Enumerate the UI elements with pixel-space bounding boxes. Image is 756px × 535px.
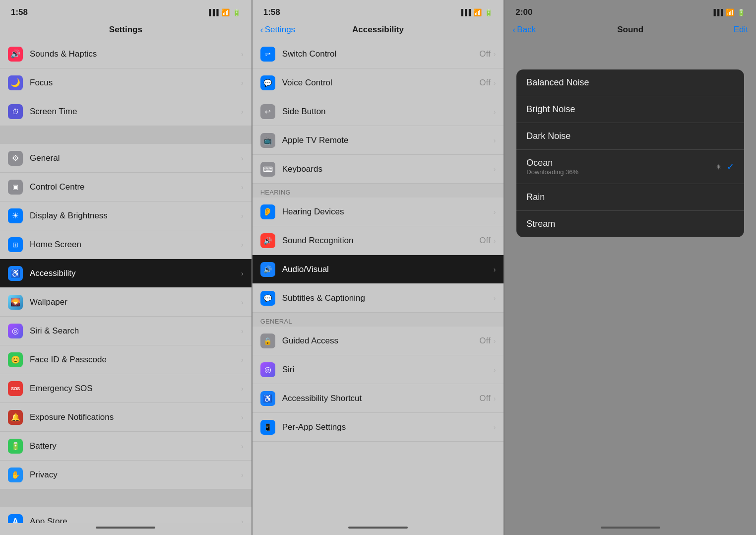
acc-item-shortcut[interactable]: ♿ Accessibility Shortcut Off › (252, 384, 504, 413)
status-icons-1: ▐▐▐ 📶 🔋 (207, 8, 241, 16)
sidebar-item-privacy[interactable]: ✋ Privacy › (0, 461, 252, 489)
item-label-display: Display & Brightness (30, 211, 241, 221)
acc-item-sound-recognition[interactable]: 🔊 Sound Recognition Off › (252, 226, 504, 255)
sidebar-item-face-id[interactable]: 😊 Face ID & Passcode › (0, 345, 252, 374)
item-label-sounds: Sounds & Haptics (30, 49, 241, 59)
item-label-apple-tv: Apple TV Remote (282, 135, 494, 145)
item-value-shortcut: Off (479, 394, 490, 403)
chevron-general: › (241, 154, 244, 162)
acc-item-guided-access[interactable]: 🔒 Guided Access Off › (252, 327, 504, 355)
item-label-general: General (30, 153, 241, 163)
acc-item-keyboards[interactable]: ⌨ Keyboards › (252, 155, 504, 184)
divider-2a: HEARING (252, 184, 504, 198)
item-label-home-screen: Home Screen (30, 240, 241, 250)
battery-icon-1: 🔋 (233, 9, 241, 16)
item-label-switch-control: Switch Control (282, 49, 480, 59)
nav-back-3[interactable]: ‹ Back (512, 25, 536, 35)
battery-icon-item: 🔋 (8, 439, 23, 454)
accessibility-icon: ♿ (8, 266, 23, 281)
item-label-face-id: Face ID & Passcode (30, 355, 241, 365)
item-label-focus: Focus (30, 78, 241, 88)
item-label-control-centre: Control Centre (30, 182, 241, 192)
item-label-keyboards: Keyboards (282, 164, 494, 174)
edit-button[interactable]: Edit (734, 25, 748, 35)
chevron-voice-control: › (494, 79, 496, 87)
sidebar-item-sounds-haptics[interactable]: 🔊 Sounds & Haptics › (0, 40, 252, 68)
sidebar-item-focus[interactable]: 🌙 Focus › (0, 68, 252, 97)
item-label-per-app: Per-App Settings (282, 422, 494, 432)
sidebar-item-siri-search[interactable]: ◎ Siri & Search › (0, 317, 252, 345)
item-label-exposure: Exposure Notifications (30, 412, 241, 422)
wifi-icon-1: 📶 (221, 8, 230, 16)
item-label-guided-access: Guided Access (282, 336, 480, 346)
sidebar-item-control-centre[interactable]: ▣ Control Centre › (0, 173, 252, 201)
sidebar-item-accessibility[interactable]: ♿ Accessibility › (0, 259, 252, 288)
chevron-side-button: › (494, 108, 496, 116)
dropdown-item-bright[interactable]: Bright Noise (516, 96, 744, 123)
sidebar-item-exposure[interactable]: 🔔 Exposure Notifications › (0, 403, 252, 432)
item-label-voice-control: Voice Control (282, 78, 480, 88)
sounds-icon: 🔊 (8, 47, 23, 62)
dropdown-label-rain: Rain (526, 192, 734, 202)
dropdown-item-balanced[interactable]: Balanced Noise (516, 69, 744, 96)
item-label-sos: Emergency SOS (30, 384, 241, 394)
item-label-screen-time: Screen Time (30, 107, 241, 117)
face-id-icon: 😊 (8, 352, 23, 367)
acc-item-hearing-devices[interactable]: 👂 Hearing Devices › (252, 198, 504, 226)
settings-list-2: ⇌ Switch Control Off › 💬 Voice Control O… (252, 40, 504, 523)
acc-item-subtitles[interactable]: 💬 Subtitles & Captioning › (252, 284, 504, 313)
sidebar-item-wallpaper[interactable]: 🌄 Wallpaper › (0, 288, 252, 317)
dropdown-label-stream: Stream (526, 219, 734, 229)
status-bar-1: 1:58 ▐▐▐ 📶 🔋 (0, 0, 252, 22)
divider-1a (0, 126, 252, 144)
chevron-exposure: › (241, 413, 244, 421)
back-label-3: Back (517, 25, 536, 35)
item-value-sound-recognition: Off (479, 236, 490, 246)
item-label-side-button: Side Button (282, 107, 494, 117)
chevron-battery: › (241, 442, 244, 450)
status-bar-2: 1:58 ▐▐▐ 📶 🔋 (252, 0, 504, 22)
acc-item-side-button[interactable]: ↩ Side Button › (252, 97, 504, 126)
dropdown-item-stream[interactable]: Stream (516, 211, 744, 237)
nav-back-2[interactable]: ‹ Settings (260, 25, 295, 35)
chevron-audio-visual: › (494, 266, 496, 273)
chevron-switch-control: › (494, 50, 496, 58)
item-label-privacy: Privacy (30, 470, 241, 480)
acc-item-voice-control[interactable]: 💬 Voice Control Off › (252, 68, 504, 97)
status-time-2: 1:58 (263, 7, 280, 17)
sidebar-item-screen-time[interactable]: ⏱ Screen Time › (0, 97, 252, 126)
chevron-guided-access: › (494, 337, 496, 345)
dropdown-label-balanced: Balanced Noise (526, 77, 734, 88)
status-icons-2: ▐▐▐ 📶 🔋 (459, 8, 493, 16)
general-icon: ⚙ (8, 151, 23, 166)
app-store-icon: A (8, 514, 23, 524)
siri-icon: ◎ (8, 324, 23, 338)
dropdown-item-ocean[interactable]: Ocean Downloading 36% ✴ ✓ (516, 150, 744, 184)
acc-item-audio-visual[interactable]: 🔊 Audio/Visual › (252, 255, 504, 284)
siri-acc-icon: ◎ (260, 362, 275, 377)
sidebar-item-battery[interactable]: 🔋 Battery › (0, 432, 252, 461)
focus-icon: 🌙 (8, 75, 23, 90)
item-label-battery: Battery (30, 441, 241, 451)
dropdown-item-rain[interactable]: Rain (516, 184, 744, 211)
sidebar-item-home-screen[interactable]: ⊞ Home Screen › (0, 230, 252, 259)
dropdown-item-dark[interactable]: Dark Noise (516, 123, 744, 150)
sidebar-item-emergency-sos[interactable]: SOS Emergency SOS › (0, 374, 252, 403)
item-label-audio-visual: Audio/Visual (282, 265, 494, 274)
status-bar-3: 2:00 ▐▐▐ 📶 🔋 (504, 0, 756, 22)
dropdown-sub-ocean: Downloading 36% (526, 168, 715, 176)
sidebar-item-display-brightness[interactable]: ☀ Display & Brightness › (0, 201, 252, 230)
chevron-sound-recognition: › (494, 237, 496, 245)
section-label-general: GENERAL (252, 313, 504, 328)
acc-item-per-app[interactable]: 📱 Per-App Settings › (252, 413, 504, 442)
status-time-3: 2:00 (515, 7, 532, 17)
settings-group-mid-1: ⚙ General › ▣ Control Centre › ☀ Display… (0, 144, 252, 489)
acc-item-switch-control[interactable]: ⇌ Switch Control Off › (252, 40, 504, 68)
sidebar-item-app-store[interactable]: A App Store › (0, 507, 252, 523)
acc-item-siri[interactable]: ◎ Siri › (252, 355, 504, 384)
acc-item-apple-tv[interactable]: 📺 Apple TV Remote › (252, 126, 504, 155)
back-chevron-2: ‹ (260, 25, 263, 35)
sidebar-item-general[interactable]: ⚙ General › (0, 144, 252, 173)
settings-group-hearing: 👂 Hearing Devices › 🔊 Sound Recognition … (252, 198, 504, 313)
guided-access-icon: 🔒 (260, 334, 275, 348)
